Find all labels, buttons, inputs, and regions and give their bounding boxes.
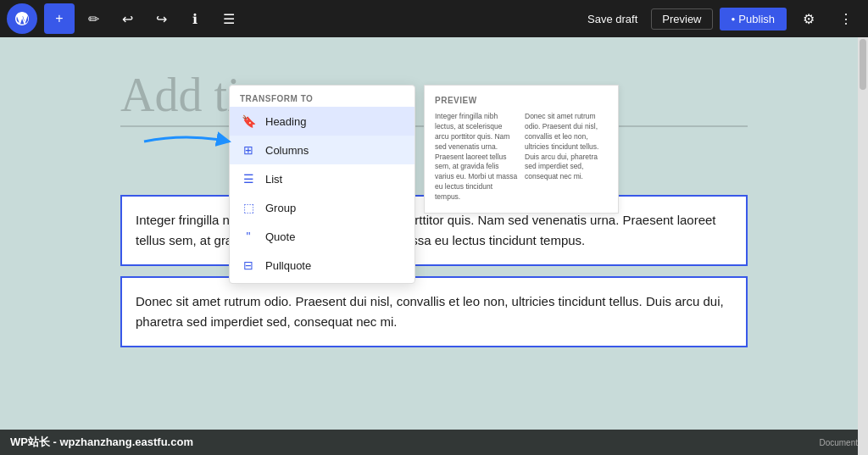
quote-icon: "	[240, 228, 257, 245]
options-button[interactable]: ⋮	[831, 3, 861, 34]
info-button[interactable]: ℹ	[180, 3, 210, 34]
transform-columns[interactable]: ⊞ Columns	[230, 136, 415, 164]
transform-heading-label: Heading	[265, 115, 306, 128]
transform-pullquote-label: Pullquote	[265, 259, 311, 272]
undo-button[interactable]: ↩	[112, 3, 142, 34]
preview-button[interactable]: Preview	[651, 8, 712, 30]
wp-logo[interactable]	[7, 3, 37, 34]
transform-group[interactable]: ⬚ Group	[230, 193, 415, 222]
publish-button[interactable]: Publish	[720, 8, 787, 31]
bookmark-icon: 🔖	[240, 113, 257, 130]
transform-quote[interactable]: " Quote	[230, 222, 415, 251]
wp-logo-icon	[14, 10, 31, 27]
preview-panel-label: PREVIEW	[435, 96, 608, 105]
transform-group-label: Group	[265, 202, 296, 214]
watermark-text: WP站长 - wpzhanzhang.eastfu.com	[10, 435, 193, 450]
transform-label: TRANSFORM TO	[230, 89, 415, 107]
preview-panel: PREVIEW Integer fringilla nibh lectus, a…	[424, 85, 619, 214]
pullquote-icon: ⊟	[240, 257, 257, 274]
preview-col-1: Integer fringilla nibh lectus, at sceler…	[435, 112, 518, 203]
top-toolbar: + ✏ ↩ ↪ ℹ ☰ Save draft Preview Publish ⚙…	[0, 0, 868, 37]
watermark-bar: WP站长 - wpzhanzhang.eastfu.com Document	[0, 430, 868, 455]
transform-columns-label: Columns	[265, 144, 309, 157]
editor-area: Add ti ¶ ≡ ⋮ Integer fringilla nibh lect…	[0, 37, 868, 455]
list-icon: ☰	[240, 170, 257, 187]
content-area: Integer fringilla nibh lectus, at sceler…	[120, 195, 748, 358]
add-block-button[interactable]: +	[44, 3, 75, 34]
transform-list[interactable]: ☰ List	[230, 164, 415, 193]
scrollbar-thumb[interactable]	[860, 39, 866, 90]
arrow-annotation	[136, 129, 237, 158]
watermark-sub: Document	[819, 438, 858, 447]
preview-content: Integer fringilla nibh lectus, at sceler…	[435, 112, 608, 203]
arrow-svg	[136, 129, 237, 154]
transform-list-label: List	[265, 173, 282, 186]
list-view-button[interactable]: ☰	[214, 3, 244, 34]
group-icon: ⬚	[240, 199, 257, 216]
settings-button[interactable]: ⚙	[793, 3, 824, 34]
content-block-2[interactable]: Donec sit amet rutrum odio. Praesent dui…	[120, 276, 748, 347]
preview-col-2: Donec sit amet rutrum odio. Praesent dui…	[525, 112, 608, 203]
transform-quote-label: Quote	[265, 230, 295, 243]
redo-button[interactable]: ↪	[146, 3, 176, 34]
columns-icon: ⊞	[240, 141, 257, 158]
edit-button[interactable]: ✏	[78, 3, 108, 34]
scrollbar[interactable]	[858, 37, 868, 455]
transform-heading[interactable]: 🔖 Heading	[230, 107, 415, 136]
transform-dropdown: TRANSFORM TO 🔖 Heading ⊞ Columns ☰ List …	[229, 85, 415, 284]
save-draft-button[interactable]: Save draft	[581, 9, 644, 29]
transform-pullquote[interactable]: ⊟ Pullquote	[230, 251, 415, 280]
